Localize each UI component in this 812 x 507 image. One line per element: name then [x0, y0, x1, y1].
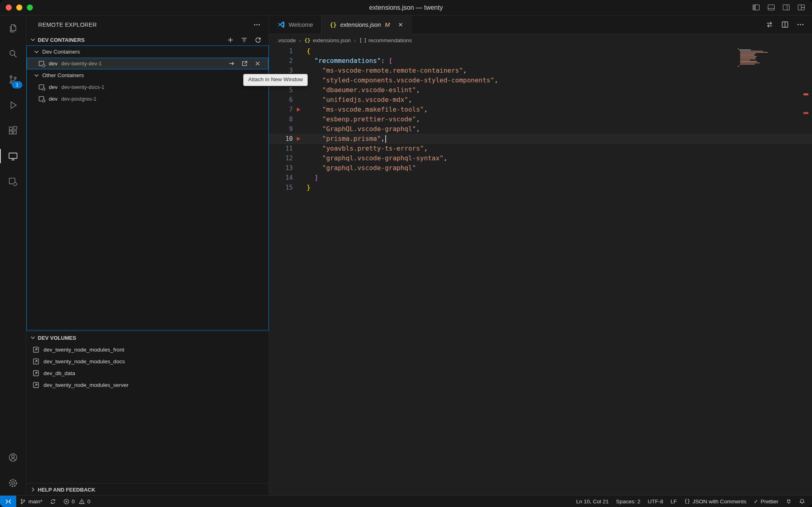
section-label: DEV CONTAINERS — [38, 37, 84, 43]
volume-icon — [32, 382, 39, 388]
code-line-10[interactable]: 10 "prisma.prisma", — [269, 134, 812, 144]
code-line-6[interactable]: 6 "unifiedjs.vscode-mdx", — [269, 95, 812, 105]
activity-explorer[interactable] — [0, 15, 26, 41]
cursor-position-item[interactable]: Ln 10, Col 21 — [572, 496, 612, 507]
volume-item-dev_twenty_node_modules_server[interactable]: dev_twenty_node_modules_server — [26, 379, 269, 391]
code-line-14[interactable]: 14 ] — [269, 173, 812, 183]
activity-remote-explorer[interactable] — [0, 143, 26, 169]
close-tab-icon[interactable]: × — [398, 21, 403, 28]
section-dev-volumes[interactable]: DEV VOLUMES — [26, 331, 269, 344]
activity-extensions[interactable] — [0, 118, 26, 143]
add-dev-container-icon[interactable] — [227, 37, 234, 43]
toggle-panel-icon[interactable] — [767, 3, 775, 12]
activity-containers[interactable] — [0, 169, 26, 194]
minimize-window-button[interactable] — [16, 4, 22, 11]
gutter[interactable] — [293, 105, 307, 114]
tab-extensions-json[interactable]: {} extensions.json M × — [322, 15, 411, 34]
container-item-dev-twenty-docs-1[interactable]: devdev-twenty-docs-1 — [27, 81, 268, 93]
sync-changes-item[interactable] — [46, 496, 60, 507]
code-line-8[interactable]: 8 "esbenp.prettier-vscode", — [269, 114, 812, 124]
code-editor[interactable]: 1{2 "recommendations": [3 "ms-vscode-rem… — [269, 46, 812, 496]
gutter[interactable] — [293, 173, 307, 183]
attach-current-window-icon[interactable] — [228, 60, 235, 67]
container-item-dev-twenty-dev-1[interactable]: devdev-twenty-dev-1 — [27, 58, 268, 69]
code-text: { — [307, 46, 311, 56]
notifications-item[interactable] — [795, 496, 809, 507]
more-actions-icon[interactable] — [253, 21, 261, 28]
code-line-3[interactable]: 3 "ms-vscode-remote.remote-containers", — [269, 66, 812, 76]
code-line-11[interactable]: 11 "yoavbls.pretty-ts-errors", — [269, 144, 812, 153]
formatter-item[interactable]: ✓ Prettier — [750, 496, 782, 507]
stop-container-icon[interactable] — [254, 60, 261, 67]
code-line-2[interactable]: 2 "recommendations": [ — [269, 56, 812, 66]
tree-group-other-containers[interactable]: Other Containers — [27, 69, 268, 81]
text-cursor — [385, 135, 386, 143]
ports-item[interactable] — [782, 496, 795, 507]
code-line-12[interactable]: 12 "graphql.vscode-graphql-syntax", — [269, 153, 812, 163]
volume-item-dev_twenty_node_modules_docs[interactable]: dev_twenty_node_modules_docs — [26, 356, 269, 367]
filter-icon[interactable] — [241, 37, 248, 43]
breadcrumb-extensions-json[interactable]: {}extensions.json — [304, 37, 351, 43]
close-window-button[interactable] — [6, 4, 12, 11]
section-help-feedback[interactable]: HELP AND FEEDBACK — [26, 483, 269, 496]
language-mode-item[interactable]: {} JSON with Comments — [680, 496, 750, 507]
activity-search[interactable] — [0, 41, 26, 67]
breadcrumb-recommendations[interactable]: [ ]recommendations — [359, 37, 412, 43]
volume-label: dev_twenty_node_modules_server — [43, 382, 128, 388]
toggle-primary-sidebar-icon[interactable] — [752, 3, 760, 12]
code-line-13[interactable]: 13 "graphql.vscode-graphql" — [269, 163, 812, 173]
gutter[interactable] — [293, 144, 307, 153]
line-number: 7 — [269, 105, 293, 114]
gutter[interactable] — [293, 153, 307, 163]
gutter[interactable] — [293, 85, 307, 95]
activity-settings[interactable] — [0, 470, 26, 496]
breadcrumb--vscode[interactable]: .vscode — [277, 37, 296, 43]
git-branch-item[interactable]: main* — [16, 496, 46, 507]
volume-item-dev_twenty_node_modules_front[interactable]: dev_twenty_node_modules_front — [26, 344, 269, 356]
encoding-item[interactable]: UTF-8 — [644, 496, 667, 507]
gutter[interactable] — [293, 163, 307, 173]
more-actions-icon[interactable] — [797, 21, 804, 28]
errors-icon — [63, 498, 69, 505]
code-line-9[interactable]: 9 "GraphQL.vscode-graphql", — [269, 124, 812, 134]
attach-new-window-icon[interactable] — [241, 60, 248, 67]
code-line-15[interactable]: 15} — [269, 183, 812, 192]
group-label: Other Containers — [42, 72, 84, 78]
gutter[interactable] — [293, 114, 307, 124]
container-item-dev-postgres-1[interactable]: devdev-postgres-1 — [27, 93, 268, 105]
code-line-5[interactable]: 5 "dbaeumer.vscode-eslint", — [269, 85, 812, 95]
eol-item[interactable]: LF — [667, 496, 681, 507]
refresh-icon[interactable] — [255, 37, 261, 43]
code-line-4[interactable]: 4 "styled-components.vscode-styled-compo… — [269, 76, 812, 85]
open-changes-icon[interactable] — [766, 21, 773, 28]
gutter[interactable] — [293, 56, 307, 66]
gutter[interactable] — [293, 124, 307, 134]
code-line-1[interactable]: 1{ — [269, 46, 812, 56]
gutter[interactable] — [293, 95, 307, 105]
tab-welcome[interactable]: Welcome — [269, 15, 322, 34]
zoom-window-button[interactable] — [27, 4, 33, 11]
problems-item[interactable]: 0 0 — [60, 496, 94, 507]
container-icon — [38, 60, 45, 67]
indentation-item[interactable]: Spaces: 2 — [612, 496, 644, 507]
gutter[interactable] — [293, 134, 307, 144]
tree-group-dev-containers[interactable]: Dev Containers — [27, 46, 268, 58]
activity-source-control[interactable]: 1 — [0, 67, 26, 92]
remote-indicator[interactable] — [0, 496, 16, 507]
toggle-secondary-sidebar-icon[interactable] — [782, 3, 790, 12]
activity-run-debug[interactable] — [0, 92, 26, 118]
gutter[interactable] — [293, 183, 307, 192]
volume-label: dev_twenty_node_modules_front — [43, 347, 124, 353]
breadcrumb-label: recommendations — [368, 37, 412, 43]
section-actions — [227, 37, 261, 43]
tab-bar: Welcome {} extensions.json M × — [269, 15, 812, 34]
activity-bar-spacer — [0, 194, 26, 444]
split-editor-icon[interactable] — [781, 21, 789, 28]
customize-layout-icon[interactable] — [797, 3, 806, 12]
volume-item-dev_db_data[interactable]: dev_db_data — [26, 367, 269, 379]
activity-accounts[interactable] — [0, 444, 26, 470]
section-dev-containers[interactable]: DEV CONTAINERS — [26, 34, 269, 45]
gutter[interactable] — [293, 46, 307, 56]
minimap[interactable] — [738, 48, 770, 67]
code-line-7[interactable]: 7 "ms-vscode.makefile-tools", — [269, 105, 812, 114]
